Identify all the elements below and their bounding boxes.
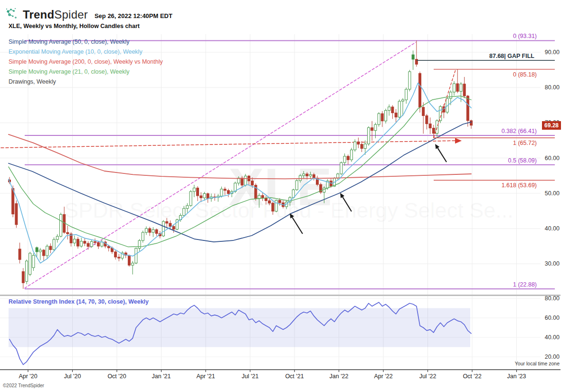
candle-body[interactable] — [53, 239, 55, 250]
candle-body[interactable] — [466, 96, 469, 121]
candle-body[interactable] — [251, 181, 254, 185]
candle-body[interactable] — [197, 188, 199, 196]
candle-body[interactable] — [292, 190, 294, 197]
candle-body[interactable] — [207, 194, 209, 199]
candle-body[interactable] — [309, 174, 312, 176]
candle-body[interactable] — [73, 239, 76, 243]
candle-body[interactable] — [313, 174, 315, 178]
candle-body[interactable] — [152, 229, 154, 232]
legend-item-2[interactable]: Simple Moving Average (200, 0, close), W… — [9, 57, 163, 67]
candle-body[interactable] — [278, 201, 281, 203]
candle-body[interactable] — [371, 128, 373, 131]
candle-body[interactable] — [456, 84, 459, 91]
candle-body[interactable] — [39, 250, 41, 252]
candle-body[interactable] — [299, 176, 302, 181]
candle-body[interactable] — [388, 107, 390, 110]
candle-body[interactable] — [186, 206, 189, 209]
candle-body[interactable] — [22, 271, 24, 283]
rsi-indicator-label[interactable]: Relative Strength Index (14, 70, 30, clo… — [9, 298, 149, 305]
candle-body[interactable] — [224, 189, 226, 191]
candle-body[interactable] — [261, 195, 264, 198]
candle-body[interactable] — [46, 246, 48, 256]
candle-body[interactable] — [449, 92, 452, 98]
candle-body[interactable] — [381, 114, 383, 121]
candle-body[interactable] — [405, 89, 408, 100]
candle-body[interactable] — [244, 176, 247, 185]
candle-body[interactable] — [408, 72, 411, 89]
candle-body[interactable] — [166, 221, 168, 223]
candle-body[interactable] — [203, 194, 206, 198]
candle-body[interactable] — [340, 163, 342, 174]
candle-body[interactable] — [138, 240, 141, 248]
candle-body[interactable] — [361, 144, 363, 149]
candle-body[interactable] — [395, 113, 397, 117]
legend-item-1[interactable]: Exponential Moving Average (10, 0, close… — [9, 47, 163, 57]
candle-body[interactable] — [422, 107, 425, 116]
candle-body[interactable] — [241, 178, 243, 185]
candle-body[interactable] — [36, 248, 38, 252]
candle-body[interactable] — [145, 229, 148, 232]
candle-body[interactable] — [426, 116, 428, 124]
candle-body[interactable] — [347, 156, 349, 160]
candle-body[interactable] — [470, 121, 473, 125]
candle-body[interactable] — [155, 229, 158, 233]
candle-body[interactable] — [118, 257, 120, 258]
candle-body[interactable] — [49, 246, 52, 249]
candle-body[interactable] — [272, 203, 274, 211]
legend-item-4[interactable]: Drawings, Weekly — [9, 77, 163, 87]
candle-body[interactable] — [60, 214, 62, 236]
candle-body[interactable] — [32, 255, 35, 268]
candle-body[interactable] — [183, 209, 185, 216]
candle-body[interactable] — [56, 236, 58, 239]
candle-body[interactable] — [378, 114, 380, 124]
candle-body[interactable] — [94, 241, 96, 242]
candle-body[interactable] — [193, 188, 195, 191]
candle-body[interactable] — [43, 250, 45, 256]
candle-body[interactable] — [343, 156, 346, 163]
candle-body[interactable] — [453, 84, 456, 92]
candle-body[interactable] — [128, 255, 131, 265]
candle-body[interactable] — [412, 55, 414, 59]
candle-body[interactable] — [306, 174, 308, 176]
candle-body[interactable] — [29, 253, 31, 275]
candle-body[interactable] — [463, 84, 466, 96]
candle-body[interactable] — [220, 189, 223, 196]
candle-body[interactable] — [368, 128, 370, 144]
candle-body[interactable] — [135, 249, 137, 263]
candle-body[interactable] — [87, 243, 89, 247]
candle-body[interactable] — [132, 263, 134, 265]
panel-separator[interactable] — [0, 295, 560, 296]
candle-body[interactable] — [77, 239, 79, 246]
candle-body[interactable] — [172, 227, 175, 229]
candle-body[interactable] — [268, 201, 271, 203]
candle-body[interactable] — [227, 191, 229, 194]
candle-body[interactable] — [429, 124, 431, 128]
candle-body[interactable] — [275, 201, 277, 211]
candle-body[interactable] — [398, 101, 400, 117]
candle-body[interactable] — [66, 232, 69, 234]
candle-body[interactable] — [303, 174, 305, 176]
candle-body[interactable] — [436, 121, 438, 134]
candle-body[interactable] — [149, 229, 151, 232]
candle-body[interactable] — [114, 252, 117, 257]
candle-body[interactable] — [364, 144, 366, 149]
candle-body[interactable] — [419, 73, 421, 107]
candle-body[interactable] — [97, 243, 100, 246]
candle-body[interactable] — [84, 241, 86, 243]
candle-body[interactable] — [19, 249, 21, 259]
candle-body[interactable] — [169, 223, 171, 227]
legend-item-3[interactable]: Simple Moving Average (21, 0, close), We… — [9, 67, 163, 77]
candle-body[interactable] — [374, 124, 377, 131]
legend-item-0[interactable]: Simple Moving Average (50, 0, close), We… — [9, 37, 163, 47]
candle-body[interactable] — [200, 196, 202, 198]
candle-body[interactable] — [351, 150, 353, 160]
candle-body[interactable] — [90, 241, 93, 246]
candle-body[interactable] — [80, 241, 83, 246]
candle-body[interactable] — [15, 203, 18, 225]
candle-body[interactable] — [337, 174, 339, 178]
timezone-note[interactable]: Your local time zone — [515, 361, 560, 366]
candle-body[interactable] — [460, 84, 462, 92]
candle-body[interactable] — [357, 142, 360, 144]
candle-body[interactable] — [142, 232, 144, 240]
candle-body[interactable] — [385, 110, 387, 121]
